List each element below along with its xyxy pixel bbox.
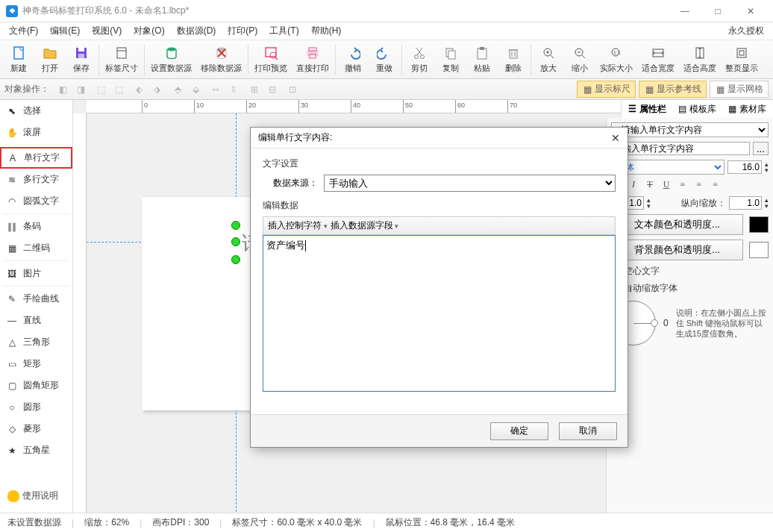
tb-移除数据源[interactable]: 移除数据源	[196, 42, 246, 77]
lock-icon[interactable]: ⊡	[284, 82, 301, 97]
italic-button[interactable]: I	[628, 179, 639, 190]
tb-粘贴[interactable]: 粘贴	[466, 42, 498, 77]
tool-单行文字[interactable]: A单行文字	[0, 147, 72, 169]
tool-圆形[interactable]: ○圆形	[0, 396, 72, 418]
dialog-close-button[interactable]: ✕	[611, 132, 620, 144]
tab-templates[interactable]: ▤模板库	[672, 101, 722, 118]
tb-剪切[interactable]: 剪切	[404, 42, 435, 77]
fontsize-input[interactable]	[727, 160, 762, 174]
tool-圆弧文字[interactable]: ◠圆弧文字	[0, 190, 72, 212]
tool-图片[interactable]: 🖼图片	[0, 263, 72, 284]
fontsize-spinner[interactable]: ▴▾	[765, 161, 769, 173]
menu-object[interactable]: 对象(O)	[128, 22, 170, 40]
page-icon	[113, 45, 130, 61]
bg-color-button[interactable]: 背景颜色和透明度...	[611, 240, 743, 260]
tb-适合高度[interactable]: 适合高度	[679, 42, 721, 77]
toggle-guides[interactable]: ▦显示参考线	[639, 81, 707, 98]
bringfront-icon[interactable]: ⬚	[93, 82, 109, 97]
tool-icon: ⬉	[5, 106, 19, 116]
ok-button[interactable]: 确定	[490, 422, 548, 440]
text-color-swatch[interactable]	[749, 216, 769, 233]
selection-handle[interactable]	[231, 255, 240, 264]
tb-适合宽度[interactable]: 适合宽度	[637, 42, 679, 77]
tb-设置数据源[interactable]: 设置数据源	[146, 42, 196, 77]
help-link[interactable]: 使用说明	[3, 485, 63, 507]
tb-标签尺寸[interactable]: 标签尺寸	[101, 42, 143, 77]
menu-help[interactable]: 帮助(H)	[305, 22, 348, 40]
align-center-button[interactable]: ≡	[693, 179, 705, 190]
ungroup-icon[interactable]: ⊟	[264, 82, 281, 97]
selection-handle[interactable]	[231, 221, 240, 230]
cancel-button[interactable]: 取消	[559, 422, 617, 440]
text-edit-area[interactable]: 资产编号	[263, 235, 616, 392]
preview-icon	[263, 45, 279, 61]
tab-assets[interactable]: ▦素材库	[722, 101, 772, 118]
align-top-icon[interactable]: ⬙	[187, 82, 204, 97]
tool-矩形[interactable]: ▭矩形	[0, 353, 72, 375]
datasource-select[interactable]: 手动输入	[324, 175, 616, 192]
tb-删除[interactable]: 删除	[498, 42, 529, 77]
layer-icon[interactable]: ◧	[54, 82, 71, 97]
distribute-v-icon[interactable]: ⇳	[225, 82, 242, 97]
tool-直线[interactable]: ―直线	[0, 310, 72, 331]
align-left-button[interactable]: ≡	[677, 179, 689, 190]
menu-edit[interactable]: 编辑(E)	[44, 22, 86, 40]
menu-tools[interactable]: 工具(T)	[263, 22, 304, 40]
tb-放大[interactable]: 放大	[533, 42, 564, 77]
tb-重做[interactable]: 重做	[369, 42, 400, 77]
align-left-icon[interactable]: ⬖	[131, 82, 148, 97]
sendback-icon[interactable]: ⬚	[110, 82, 127, 97]
svg-rect-15	[310, 54, 316, 58]
tb-复制[interactable]: 复制	[435, 42, 466, 77]
strike-button[interactable]: T	[644, 179, 656, 190]
tool-条码[interactable]: ∥∥条码	[0, 216, 72, 237]
tb-保存[interactable]: 保存	[66, 42, 97, 77]
content-dropdown[interactable]: - 请输入单行文字内容	[611, 122, 769, 137]
align-right-button[interactable]: ≡	[710, 179, 722, 190]
close-button[interactable]: ✕	[734, 0, 767, 22]
toggle-ruler[interactable]: ▦显示标尺	[577, 81, 636, 98]
tool-选择[interactable]: ⬉选择	[0, 100, 72, 122]
text-color-button[interactable]: 文本颜色和透明度...	[611, 214, 743, 235]
content-input[interactable]	[611, 142, 750, 155]
tb-打印预览[interactable]: 打印预览	[250, 42, 292, 77]
tool-三角形[interactable]: △三角形	[0, 331, 72, 353]
tb-整页显示[interactable]: 整页显示	[721, 42, 763, 77]
hscale-right-input[interactable]	[729, 196, 762, 210]
distribute-h-icon[interactable]: ⇿	[207, 82, 224, 97]
tb-直接打印[interactable]: 直接打印	[292, 42, 334, 77]
underline-button[interactable]: U	[660, 179, 672, 190]
tool-多行文字[interactable]: ≋多行文字	[0, 169, 72, 190]
toggle-grid[interactable]: ▦显示网格	[710, 81, 769, 98]
tool-手绘曲线[interactable]: ✎手绘曲线	[0, 288, 72, 310]
menu-view[interactable]: 视图(V)	[86, 22, 128, 40]
group-icon[interactable]: ⊞	[246, 82, 263, 97]
tool-滚屏[interactable]: ✋滚屏	[0, 122, 72, 143]
menu-print[interactable]: 打印(P)	[222, 22, 263, 40]
selection-handle[interactable]	[231, 237, 240, 246]
tb-撤销[interactable]: 撤销	[337, 42, 369, 77]
align-center-icon[interactable]: ⬗	[149, 82, 166, 97]
tab-properties[interactable]: ☰属性栏	[622, 101, 672, 118]
tb-缩小[interactable]: 缩小	[564, 42, 595, 77]
layer2-icon[interactable]: ◨	[72, 82, 89, 97]
bg-color-swatch[interactable]	[749, 242, 769, 258]
content-more-button[interactable]: ...	[753, 142, 769, 155]
align-right-icon[interactable]: ⬘	[169, 82, 186, 97]
hollow-label: 空心文字	[624, 265, 660, 278]
tb-打开[interactable]: 打开	[34, 42, 66, 77]
hscale-right-spinner[interactable]: ▴▾	[765, 197, 769, 209]
minimize-button[interactable]: ―	[669, 0, 701, 22]
tb-实际大小[interactable]: 1:1实际大小	[595, 42, 637, 77]
menu-datasource[interactable]: 数据源(D)	[171, 22, 222, 40]
insert-control-char-button[interactable]: 插入控制字符	[268, 219, 328, 232]
insert-field-button[interactable]: 插入数据源字段	[331, 219, 399, 232]
tool-二维码[interactable]: ▦二维码	[0, 237, 72, 259]
maximize-button[interactable]: □	[701, 0, 734, 22]
tb-新建[interactable]: 新建	[3, 42, 34, 77]
hscale-left-spinner[interactable]: ▴▾	[647, 197, 651, 209]
tool-圆角矩形[interactable]: ▢圆角矩形	[0, 375, 72, 396]
tool-菱形[interactable]: ◇菱形	[0, 418, 72, 439]
tool-五角星[interactable]: ★五角星	[0, 439, 72, 461]
menu-file[interactable]: 文件(F)	[3, 22, 44, 40]
